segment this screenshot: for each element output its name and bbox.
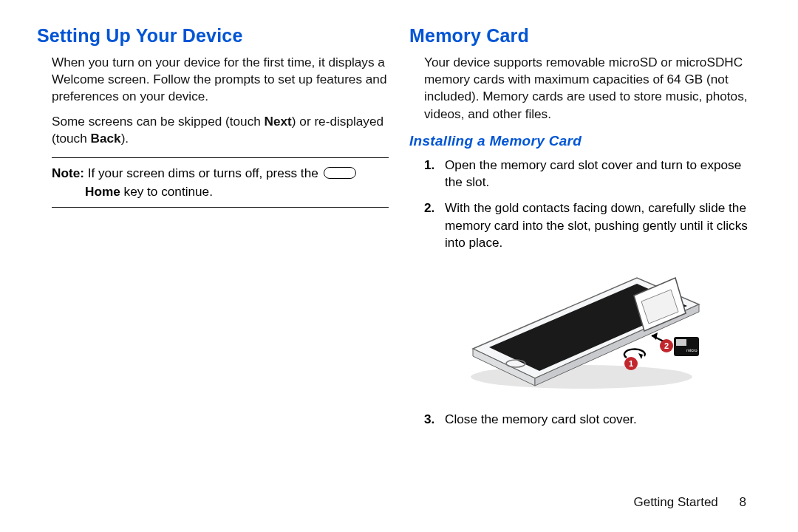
step-number: 3. [424, 411, 445, 428]
right-column: Memory Card Your device supports removab… [409, 25, 761, 437]
tablet-memory-card-illustration: micro 1 2 [452, 260, 718, 400]
page-number: 8 [740, 495, 746, 510]
text-span: ). [121, 131, 129, 146]
svg-text:1: 1 [629, 359, 633, 368]
step-3: 3. Close the memory card slot cover. [424, 411, 761, 428]
footer-section: Getting Started [633, 495, 717, 509]
step-text: Close the memory card slot cover. [445, 411, 761, 428]
step-number: 2. [424, 200, 445, 251]
step-1: 1. Open the memory card slot cover and t… [424, 157, 761, 191]
memory-paragraph: Your device supports removable microSD o… [424, 54, 761, 123]
heading-memory-card: Memory Card [409, 25, 761, 47]
svg-marker-9 [638, 353, 643, 359]
step-2: 2. With the gold contacts facing down, c… [424, 200, 761, 251]
setup-paragraph-2: Some screens can be skipped (touch Next)… [52, 113, 389, 147]
callout-1: 1 [624, 357, 638, 370]
step-text: Open the memory card slot cover and turn… [445, 157, 761, 191]
callout-2: 2 [660, 339, 673, 352]
home-key-icon [324, 167, 356, 179]
left-column: Setting Up Your Device When you turn on … [37, 25, 389, 437]
note-label: Note: [52, 166, 84, 180]
setup-paragraph-1: When you turn on your device for the fir… [52, 54, 389, 106]
text-span: key to continue. [120, 184, 213, 199]
svg-rect-11 [676, 339, 686, 346]
illustration-tablet: micro 1 2 [409, 260, 761, 403]
note-text: Note: If your screen dims or turns off, … [52, 164, 389, 201]
subheading-installing: Installing a Memory Card [409, 133, 761, 149]
svg-text:2: 2 [664, 341, 669, 350]
bold-back: Back [91, 131, 121, 146]
page-footer: Getting Started 8 [633, 495, 746, 510]
bold-next: Next [265, 114, 292, 129]
bold-home: Home [85, 184, 120, 199]
svg-text:micro: micro [686, 348, 698, 352]
text-span: If your screen dims or turns off, press … [84, 166, 322, 180]
note-block: Note: If your screen dims or turns off, … [52, 157, 389, 208]
install-steps-continued: 3. Close the memory card slot cover. [424, 411, 761, 428]
text-span: Some screens can be skipped (touch [52, 114, 265, 129]
step-number: 1. [424, 157, 445, 191]
install-steps: 1. Open the memory card slot cover and t… [424, 157, 761, 251]
heading-setting-up: Setting Up Your Device [37, 25, 389, 47]
step-text: With the gold contacts facing down, care… [445, 200, 761, 251]
manual-page: Setting Up Your Device When you turn on … [0, 0, 798, 437]
